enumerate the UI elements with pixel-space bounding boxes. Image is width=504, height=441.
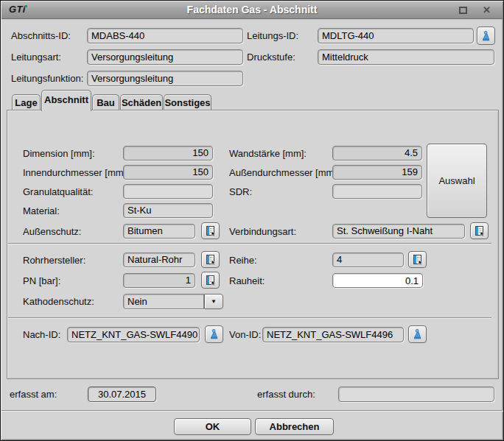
nach-id-label: Nach-ID: bbox=[23, 328, 60, 342]
reihe-picker-button[interactable] bbox=[408, 251, 427, 268]
separator bbox=[8, 317, 491, 319]
dialog-window: GTi Fachdaten Gas - Abschnitt ✕ Abschnit… bbox=[0, 0, 504, 441]
tab-sonstiges[interactable]: Sonstiges bbox=[164, 94, 211, 110]
pn-field: 1 bbox=[123, 273, 195, 288]
list-picker-icon bbox=[474, 225, 486, 237]
rauheit-input[interactable] bbox=[332, 273, 423, 288]
aussenschutz-label: Außenschutz: bbox=[23, 225, 82, 239]
wandstaerke-label: Wandstärke [mm]: bbox=[229, 147, 307, 161]
von-id-field: NETZ_KNT_GAS-SWLF4496 bbox=[262, 327, 404, 342]
erfasst-am-label: erfasst am: bbox=[10, 387, 57, 402]
material-field: St-Ku bbox=[123, 203, 213, 218]
titlebar: GTi Fachdaten Gas - Abschnitt ✕ bbox=[1, 1, 503, 19]
verbindungsart-label: Verbindungsart: bbox=[229, 225, 296, 239]
auswahl-button[interactable]: Auswahl bbox=[427, 144, 487, 218]
kathodenschutz-dropdown-button[interactable]: ▼ bbox=[204, 294, 223, 309]
leitungsfunktion-label: Leitungsfunktion: bbox=[11, 71, 83, 86]
close-icon: ✕ bbox=[483, 4, 491, 16]
reference-pin-icon bbox=[412, 328, 424, 340]
list-picker-icon bbox=[412, 254, 424, 266]
list-picker-icon bbox=[205, 225, 217, 237]
pn-label: PN [bar]: bbox=[23, 274, 60, 289]
innendurchmesser-field: 150 bbox=[123, 165, 213, 180]
reihe-field: 4 bbox=[332, 253, 404, 267]
druckstufe-field: Mitteldruck bbox=[318, 49, 494, 65]
window-title: Fachdaten Gas - Abschnitt bbox=[1, 1, 503, 18]
leitungsfunktion-field: Versorgungsleitung bbox=[87, 71, 243, 86]
pn-picker-button[interactable] bbox=[201, 272, 220, 289]
abschnitts-id-label: Abschnitts-ID: bbox=[11, 29, 71, 43]
ok-button[interactable]: OK bbox=[174, 418, 251, 435]
leitungs-id-reference-button[interactable] bbox=[477, 27, 495, 45]
erfasst-am-field: 30.07.2015 bbox=[88, 387, 156, 402]
close-button[interactable]: ✕ bbox=[480, 4, 494, 16]
separator bbox=[8, 243, 491, 244]
maximize-button[interactable] bbox=[456, 4, 470, 16]
von-id-label: Von-ID: bbox=[229, 328, 261, 342]
cancel-button[interactable]: Abbrechen bbox=[255, 418, 334, 435]
erfasst-durch-label: erfasst durch: bbox=[257, 387, 315, 402]
rohrhersteller-picker-button[interactable] bbox=[201, 251, 220, 268]
reference-pin-icon bbox=[209, 328, 220, 340]
wandstaerke-field: 4.5 bbox=[332, 146, 422, 160]
granulatqualitaet-field bbox=[123, 184, 213, 199]
verbindungsart-picker-button[interactable] bbox=[470, 222, 489, 239]
leitungsart-field: Versorgungsleitung bbox=[87, 49, 243, 65]
abschnitts-id-field: MDABS-440 bbox=[87, 28, 243, 43]
nach-id-reference-button[interactable] bbox=[205, 325, 223, 343]
list-picker-icon bbox=[205, 254, 217, 266]
rauheit-label: Rauheit: bbox=[229, 274, 265, 289]
dimension-field: 150 bbox=[123, 146, 213, 160]
list-picker-icon bbox=[205, 275, 217, 286]
reference-pin-icon bbox=[480, 30, 492, 42]
kathodenschutz-label: Kathodenschutz: bbox=[23, 294, 94, 309]
leitungsart-label: Leitungsart: bbox=[11, 50, 61, 65]
dimension-label: Dimension [mm]: bbox=[23, 147, 95, 161]
innendurchmesser-label: Innendurchmesser [mm]: bbox=[23, 166, 129, 180]
tab-schaeden[interactable]: Schäden bbox=[120, 94, 163, 110]
sdr-label: SDR: bbox=[229, 185, 252, 200]
druckstufe-label: Druckstufe: bbox=[247, 50, 295, 65]
aussendurchmesser-label: Außendurchmesser [mm]: bbox=[229, 166, 340, 180]
tab-abschnitt[interactable]: Abschnitt bbox=[41, 90, 91, 111]
verbindungsart-field: St. Schweißung I-Naht bbox=[332, 224, 465, 239]
aussenschutz-field: Bitumen bbox=[123, 224, 195, 239]
dropdown-arrow-icon: ▼ bbox=[211, 299, 217, 305]
material-label: Material: bbox=[23, 204, 60, 219]
reihe-label: Reihe: bbox=[229, 253, 257, 268]
aussendurchmesser-field: 159 bbox=[332, 165, 422, 180]
sdr-field bbox=[332, 184, 422, 199]
maximize-icon bbox=[459, 7, 467, 14]
rohrhersteller-field: Natural-Rohr bbox=[123, 253, 195, 267]
erfasst-durch-field bbox=[338, 387, 494, 402]
leitungs-id-label: Leitungs-ID: bbox=[247, 29, 298, 43]
aussenschutz-picker-button[interactable] bbox=[201, 222, 220, 239]
rohrhersteller-label: Rohrhersteller: bbox=[23, 253, 85, 268]
tab-lage[interactable]: Lage bbox=[12, 94, 41, 110]
tab-bau[interactable]: Bau bbox=[92, 94, 119, 110]
leitungs-id-field: MDLTG-440 bbox=[318, 28, 474, 43]
kathodenschutz-combo-field[interactable]: Nein bbox=[123, 294, 204, 309]
granulatqualitaet-label: Granulatqualität: bbox=[23, 185, 93, 200]
nach-id-field: NETZ_KNT_GAS-SWLF4490 bbox=[67, 327, 200, 342]
separator bbox=[1, 410, 504, 412]
von-id-reference-button[interactable] bbox=[408, 325, 427, 343]
